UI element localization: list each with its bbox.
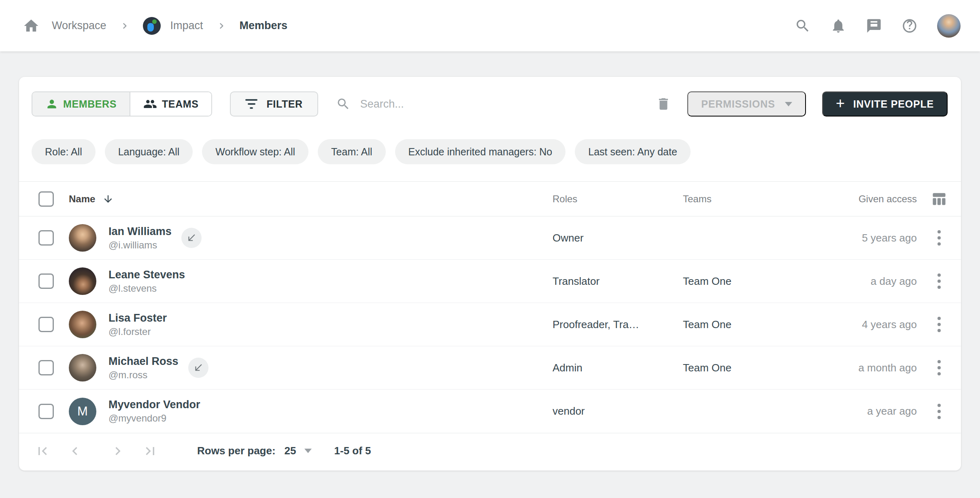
first-page-icon[interactable] (34, 443, 51, 459)
column-settings-icon[interactable] (917, 190, 961, 208)
user-avatar[interactable] (937, 14, 961, 38)
row-menu-kebab-icon[interactable] (934, 270, 944, 292)
row-checkbox[interactable] (38, 273, 54, 289)
invite-people-label: INVITE PEOPLE (853, 98, 934, 110)
inherited-access-arrow-badge (181, 228, 202, 248)
filter-chip[interactable]: Exclude inherited managers: No (395, 139, 566, 164)
breadcrumb-workspace[interactable]: Workspace (52, 19, 106, 32)
column-header-roles: Roles (553, 193, 683, 205)
column-header-name[interactable]: Name (69, 193, 553, 205)
person-icon (45, 97, 58, 110)
member-avatar (69, 267, 96, 295)
members-teams-toggle: MEMBERS TEAMS (32, 91, 212, 117)
name-header-label: Name (69, 193, 95, 205)
home-icon[interactable] (23, 17, 40, 34)
row-checkbox[interactable] (38, 230, 54, 246)
row-menu-kebab-icon[interactable] (934, 227, 944, 249)
permissions-button[interactable]: PERMISSIONS (687, 91, 806, 117)
next-page-icon[interactable] (110, 443, 126, 459)
arrow-down-left-icon (186, 233, 197, 243)
members-page: Workspace Impact Members (0, 0, 980, 498)
roles-cell: Translator (553, 275, 683, 288)
member-name: Michael Ross (108, 355, 179, 368)
caret-down-icon (304, 449, 312, 453)
search-icon[interactable] (795, 18, 811, 34)
given-access-cell: 4 years ago (837, 318, 917, 331)
table-row[interactable]: Michael Ross @m.ross Admin Team One a mo… (19, 346, 961, 390)
member-name: Leane Stevens (108, 269, 185, 281)
filter-chip[interactable]: Last seen: Any date (575, 139, 691, 164)
breadcrumb-project[interactable]: Impact (143, 17, 203, 35)
row-checkbox[interactable] (38, 317, 54, 332)
delete-trash-icon[interactable] (656, 96, 671, 112)
filter-chip-label: Last seen: Any date (588, 146, 677, 158)
roles-cell: Admin (553, 362, 683, 374)
tab-members[interactable]: MEMBERS (32, 92, 130, 116)
chevron-right-icon (119, 20, 131, 32)
search-box (336, 97, 652, 111)
pagination: Rows per page: 25 1-5 of 5 (19, 433, 961, 468)
table-row[interactable]: Ian Williams @i.williams Owner 5 years a… (19, 216, 961, 260)
filter-chip[interactable]: Workflow step: All (202, 139, 308, 164)
toolbar: MEMBERS TEAMS FILTER PERMISSIONS (19, 91, 961, 117)
member-handle: @l.stevens (108, 283, 185, 294)
members-card: MEMBERS TEAMS FILTER PERMISSIONS (19, 77, 961, 470)
filter-chip-label: Role: All (45, 146, 82, 158)
rows-per-page-value: 25 (285, 445, 296, 457)
people-icon (143, 97, 157, 111)
roles-cell: Proofreader, Tra… (553, 318, 683, 331)
breadcrumb: Workspace Impact Members (23, 17, 287, 35)
permissions-button-label: PERMISSIONS (701, 98, 775, 110)
sort-descending-icon (102, 193, 114, 205)
row-checkbox[interactable] (38, 360, 54, 375)
roles-cell: Owner (553, 232, 683, 244)
select-all-checkbox[interactable] (38, 191, 54, 207)
member-avatar (69, 224, 96, 252)
member-name: Lisa Foster (108, 312, 167, 324)
member-avatar: M (69, 398, 96, 425)
given-access-cell: a month ago (837, 362, 917, 374)
filter-chip[interactable]: Language: All (105, 139, 193, 164)
topbar: Workspace Impact Members (0, 0, 980, 51)
tab-teams[interactable]: TEAMS (130, 92, 212, 116)
table-row[interactable]: Lisa Foster @l.forster Proofreader, Tra…… (19, 303, 961, 346)
pagination-range: 1-5 of 5 (334, 445, 371, 457)
notifications-bell-icon[interactable] (830, 18, 846, 34)
rows-per-page-select[interactable]: 25 (285, 445, 312, 457)
chat-icon[interactable] (866, 18, 882, 34)
teams-cell: Team One (683, 318, 837, 331)
row-menu-kebab-icon[interactable] (934, 314, 944, 335)
filter-chip-label: Team: All (331, 146, 372, 158)
breadcrumb-current-page: Members (240, 19, 288, 32)
table-row[interactable]: Leane Stevens @l.stevens Translator Team… (19, 260, 961, 303)
table-row[interactable]: M Myvendor Vendor @myvendor9 vendor a ye… (19, 390, 961, 433)
invite-people-button[interactable]: + INVITE PEOPLE (822, 91, 948, 117)
row-menu-kebab-icon[interactable] (934, 357, 944, 379)
search-icon (336, 97, 351, 111)
given-access-cell: 5 years ago (837, 232, 917, 244)
chevron-right-icon (215, 20, 227, 32)
filter-button[interactable]: FILTER (230, 91, 318, 117)
member-name: Ian Williams (108, 225, 172, 238)
member-handle: @l.forster (108, 326, 167, 337)
row-menu-kebab-icon[interactable] (934, 401, 944, 422)
teams-cell: Team One (683, 275, 837, 288)
filter-chip[interactable]: Team: All (318, 139, 385, 164)
member-avatar (69, 354, 96, 381)
search-input[interactable] (360, 98, 652, 110)
help-icon[interactable] (901, 18, 918, 34)
row-checkbox[interactable] (38, 404, 54, 419)
last-page-icon[interactable] (142, 443, 158, 459)
filter-chip[interactable]: Role: All (32, 139, 96, 164)
member-name: Myvendor Vendor (108, 398, 200, 411)
rows-per-page-label: Rows per page: (197, 445, 276, 457)
breadcrumb-page-label: Members (240, 19, 288, 32)
member-handle: @myvendor9 (108, 413, 200, 424)
column-header-given-access: Given access (837, 193, 917, 205)
column-header-teams: Teams (683, 193, 837, 205)
filter-chip-label: Exclude inherited managers: No (408, 146, 553, 158)
member-avatar (69, 311, 96, 338)
member-handle: @m.ross (108, 369, 179, 381)
tab-members-label: MEMBERS (63, 98, 117, 110)
previous-page-icon[interactable] (67, 443, 83, 459)
